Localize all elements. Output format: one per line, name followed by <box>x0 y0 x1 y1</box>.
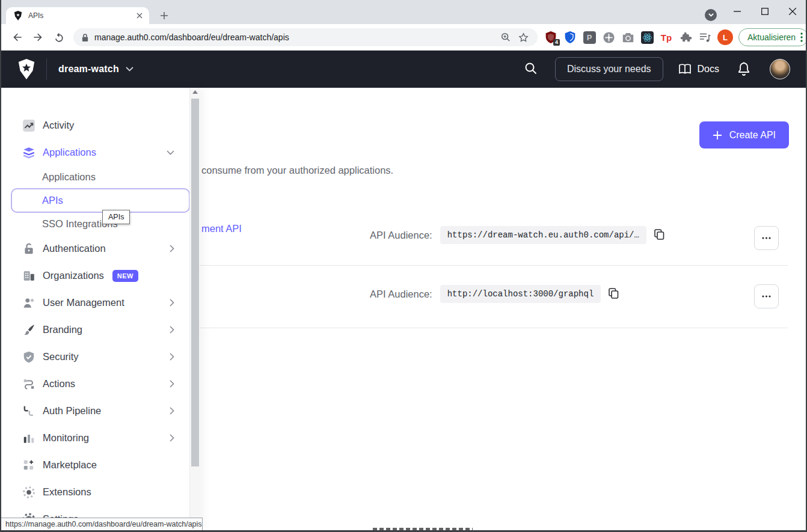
marketplace-grid-icon <box>22 459 35 472</box>
sidebar-subitem-apis[interactable]: APIs <box>11 188 190 213</box>
apis-description-text: consume from your authorized application… <box>201 165 393 176</box>
sidebar-item-monitoring[interactable]: Monitoring <box>1 424 200 451</box>
extensions-puzzle-icon[interactable] <box>678 30 693 44</box>
sidebar-item-marketplace[interactable]: Marketplace <box>1 451 200 478</box>
chevron-right-icon <box>170 380 174 388</box>
sidebar-item-branding[interactable]: Branding <box>1 316 200 343</box>
chevron-right-icon <box>170 353 174 361</box>
search-icon[interactable] <box>524 61 539 77</box>
media-playlist-icon[interactable] <box>698 30 712 44</box>
auth0-logo[interactable] <box>17 59 36 79</box>
window-maximize-button[interactable] <box>751 0 779 23</box>
browser-toolbar: manage.auth0.com/dashboard/eu/dream-watc… <box>1 24 806 50</box>
p-extension-icon[interactable]: P <box>582 30 597 44</box>
new-tab-button[interactable] <box>156 8 172 23</box>
bitwarden-extension-icon[interactable] <box>563 30 577 44</box>
browser-update-button[interactable]: Aktualisieren <box>738 28 807 46</box>
chevron-right-icon <box>170 245 174 252</box>
create-api-button[interactable]: Create API <box>699 121 789 148</box>
browser-tab[interactable]: APIs <box>6 7 149 24</box>
api-audience-group: API Audience: http://localhost:3000/grap… <box>370 284 621 304</box>
window-minimize-button[interactable] <box>723 0 751 23</box>
api-row-name-link[interactable]: ment API <box>201 223 242 234</box>
scrollbar-thumb[interactable] <box>191 99 199 466</box>
sidebar-item-label: Auth Pipeline <box>43 405 101 417</box>
url-text: manage.auth0.com/dashboard/eu/dream-watc… <box>94 32 497 42</box>
sidebar-item-label: Actions <box>43 378 75 390</box>
api-row-menu-button[interactable] <box>754 226 779 250</box>
flow-icon <box>22 378 35 391</box>
docs-label: Docs <box>698 64 719 75</box>
status-bar-url: https://manage.auth0.com/dashboard/eu/dr… <box>5 520 202 528</box>
sidebar-item-organizations[interactable]: Organizations NEW <box>1 262 200 289</box>
zoom-icon[interactable] <box>497 29 514 46</box>
user-avatar[interactable] <box>770 59 790 79</box>
back-icon[interactable] <box>9 29 26 46</box>
apis-tooltip: APIs <box>102 210 130 224</box>
sidebar-item-actions[interactable]: Actions <box>1 370 200 397</box>
tab-title: APIs <box>28 11 135 20</box>
subitem-label: APIs <box>42 195 63 206</box>
sidebar-item-security[interactable]: Security <box>1 343 200 370</box>
sidebar-item-label: User Management <box>43 297 124 308</box>
notifications-bell-icon[interactable] <box>737 61 752 77</box>
tenant-name: dream-watch <box>58 64 119 75</box>
browser-window: APIs <box>0 0 807 532</box>
sidebar-item-label: Activity <box>43 120 74 131</box>
extensions-gear-icon <box>22 486 35 499</box>
ublock-badge: 4 <box>553 39 560 46</box>
sidebar-item-user-management[interactable]: User Management <box>1 289 200 316</box>
lock-open-icon <box>22 242 35 255</box>
download-indicator-icon[interactable] <box>705 9 717 21</box>
camera-extension-icon[interactable] <box>621 30 635 44</box>
sidebar-subitem-sso-integrations[interactable]: SSO Integrations <box>1 213 200 235</box>
sidebar-item-authentication[interactable]: Authentication <box>1 235 200 262</box>
sidebar-item-label: Organizations <box>43 270 104 281</box>
sidebar-scrollbar[interactable] <box>189 88 200 530</box>
status-bar: https://manage.auth0.com/dashboard/eu/dr… <box>1 518 203 530</box>
create-api-label: Create API <box>729 130 776 141</box>
activity-icon <box>22 119 35 132</box>
move-crosshair-extension-icon[interactable] <box>601 30 616 44</box>
update-label: Aktualisieren <box>747 32 796 42</box>
header-divider <box>46 58 47 80</box>
page-content: Create API consume from your authorized … <box>1 88 806 530</box>
api-audience-value: https://dream-watch.eu.auth0.com/api/… <box>440 226 646 244</box>
bookmark-star-icon[interactable] <box>515 29 532 46</box>
browser-menu-kebab-icon[interactable] <box>800 32 803 42</box>
tab-close-icon[interactable] <box>135 11 144 20</box>
sidebar-subitem-applications[interactable]: Applications <box>1 166 200 188</box>
docs-link[interactable]: Docs <box>678 63 719 75</box>
api-audience-label: API Audience: <box>370 230 432 241</box>
discuss-your-needs-button[interactable]: Discuss your needs <box>555 57 663 81</box>
applications-icon <box>22 146 35 159</box>
tenant-selector[interactable]: dream-watch <box>58 64 133 75</box>
api-audience-value: http://localhost:3000/graphql <box>440 285 601 303</box>
pipeline-icon <box>22 405 35 418</box>
scrollbar-up-arrow-icon[interactable] <box>190 90 200 94</box>
tampermonkey-tp-extension-icon[interactable]: Tp <box>659 30 674 44</box>
browser-profile-avatar[interactable]: L <box>717 29 733 45</box>
chevron-right-icon <box>170 407 174 415</box>
partially-visible-text <box>373 528 473 530</box>
api-row-menu-button[interactable] <box>754 284 779 308</box>
copy-icon[interactable] <box>607 287 621 301</box>
sidebar-item-applications[interactable]: Applications <box>1 139 200 166</box>
forward-icon[interactable] <box>29 29 46 46</box>
react-devtools-extension-icon[interactable] <box>640 30 654 44</box>
sidebar-item-extensions[interactable]: Extensions <box>1 478 200 506</box>
sidebar-item-label: Extensions <box>43 486 91 498</box>
ublock-extension-icon[interactable]: 4 <box>544 30 558 44</box>
sidebar-item-label: Applications <box>43 147 96 158</box>
copy-icon[interactable] <box>652 228 667 242</box>
shield-check-icon <box>22 350 35 364</box>
api-audience-group: API Audience: https://dream-watch.eu.aut… <box>370 225 667 245</box>
sidebar-item-auth-pipeline[interactable]: Auth Pipeline <box>1 397 200 424</box>
reload-icon[interactable] <box>50 29 67 46</box>
sidebar-item-label: Branding <box>43 324 82 335</box>
paintbrush-icon <box>22 323 35 337</box>
address-bar[interactable]: manage.auth0.com/dashboard/eu/dream-watc… <box>73 28 538 46</box>
chevron-right-icon <box>170 434 174 442</box>
sidebar-item-activity[interactable]: Activity <box>1 112 200 139</box>
window-close-button[interactable] <box>779 0 806 23</box>
